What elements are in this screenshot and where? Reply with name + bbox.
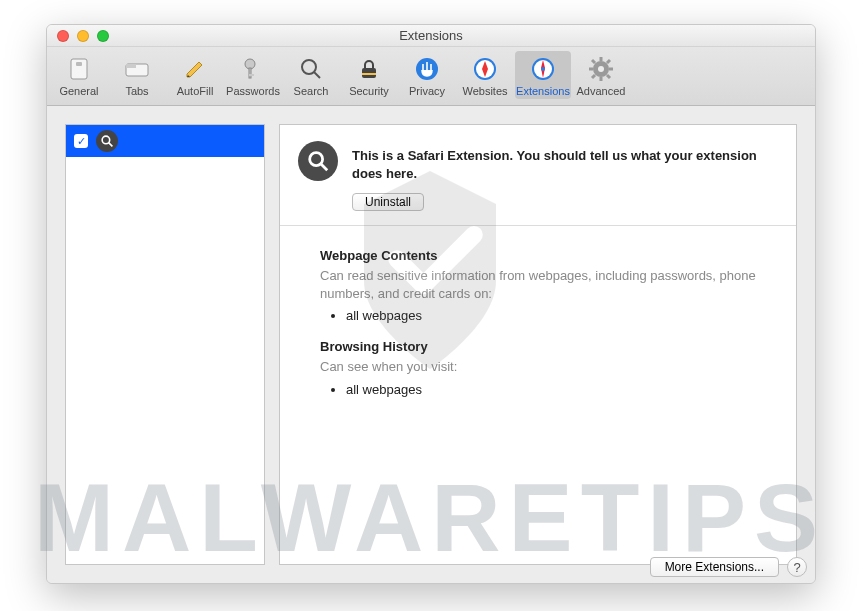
lock-icon: [355, 55, 383, 83]
extension-enabled-checkbox[interactable]: ✓: [74, 134, 88, 148]
minimize-window-button[interactable]: [77, 30, 89, 42]
svg-line-28: [109, 143, 113, 147]
tab-label: AutoFill: [177, 85, 214, 97]
svg-rect-1: [76, 62, 82, 66]
svg-rect-6: [249, 74, 254, 76]
svg-point-7: [302, 60, 316, 74]
svg-rect-3: [126, 64, 136, 68]
svg-point-27: [102, 136, 110, 144]
extension-list: ✓: [65, 124, 265, 565]
magnifier-icon: [96, 130, 118, 152]
svg-point-16: [541, 67, 545, 71]
svg-point-18: [598, 66, 604, 72]
tab-label: Advanced: [577, 85, 626, 97]
section-subtitle: Can read sensitive information from webp…: [320, 267, 756, 302]
puzzle-icon: [529, 55, 557, 83]
tab-search[interactable]: Search: [283, 51, 339, 99]
tab-security[interactable]: Security: [341, 51, 397, 99]
extension-description: This is a Safari Extension. You should t…: [352, 147, 778, 182]
svg-line-23: [592, 60, 595, 63]
svg-line-24: [607, 75, 610, 78]
switch-icon: [65, 55, 93, 83]
traffic-lights: [47, 30, 109, 42]
pencil-icon: [181, 55, 209, 83]
extension-list-item[interactable]: ✓: [66, 125, 264, 157]
more-extensions-button[interactable]: More Extensions...: [650, 557, 779, 577]
tab-general[interactable]: General: [51, 51, 107, 99]
svg-line-25: [607, 60, 610, 63]
uninstall-button[interactable]: Uninstall: [352, 193, 424, 211]
section-subtitle: Can see when you visit:: [320, 358, 756, 376]
content-area: ✓ This is a Safari Extension. You should…: [47, 106, 815, 583]
magnifier-icon: [298, 141, 338, 181]
tab-label: Websites: [462, 85, 507, 97]
extension-detail: This is a Safari Extension. You should t…: [279, 124, 797, 565]
preferences-window: Extensions General Tabs AutoFill Passw: [46, 24, 816, 584]
detail-header: This is a Safari Extension. You should t…: [280, 125, 796, 226]
tab-label: General: [59, 85, 98, 97]
svg-rect-5: [249, 68, 251, 78]
gear-icon: [587, 55, 615, 83]
help-button[interactable]: ?: [787, 557, 807, 577]
tab-label: Passwords: [226, 85, 280, 97]
section-title: Webpage Contents: [320, 248, 756, 263]
tab-tabs[interactable]: Tabs: [109, 51, 165, 99]
preferences-toolbar: General Tabs AutoFill Passwords Search: [47, 47, 815, 106]
tab-icon: [123, 55, 151, 83]
svg-line-26: [592, 75, 595, 78]
svg-line-30: [321, 164, 327, 170]
tab-autofill[interactable]: AutoFill: [167, 51, 223, 99]
tab-passwords[interactable]: Passwords: [225, 51, 281, 99]
tab-label: Security: [349, 85, 389, 97]
tab-label: Tabs: [125, 85, 148, 97]
tab-extensions[interactable]: Extensions: [515, 51, 571, 99]
permission-item: all webpages: [346, 382, 756, 397]
permission-item: all webpages: [346, 308, 756, 323]
svg-point-29: [310, 153, 323, 166]
tab-privacy[interactable]: Privacy: [399, 51, 455, 99]
section-title: Browsing History: [320, 339, 756, 354]
permissions-body: Webpage Contents Can read sensitive info…: [280, 226, 796, 423]
key-icon: [239, 55, 267, 83]
close-window-button[interactable]: [57, 30, 69, 42]
footer-controls: More Extensions... ?: [650, 557, 807, 577]
magnifier-icon: [297, 55, 325, 83]
tab-label: Privacy: [409, 85, 445, 97]
hand-icon: [413, 55, 441, 83]
tab-label: Search: [294, 85, 329, 97]
titlebar: Extensions: [47, 25, 815, 47]
zoom-window-button[interactable]: [97, 30, 109, 42]
tab-label: Extensions: [516, 85, 570, 97]
window-title: Extensions: [47, 28, 815, 43]
tab-websites[interactable]: Websites: [457, 51, 513, 99]
svg-rect-10: [362, 73, 376, 75]
svg-line-8: [314, 72, 320, 78]
compass-icon: [471, 55, 499, 83]
tab-advanced[interactable]: Advanced: [573, 51, 629, 99]
